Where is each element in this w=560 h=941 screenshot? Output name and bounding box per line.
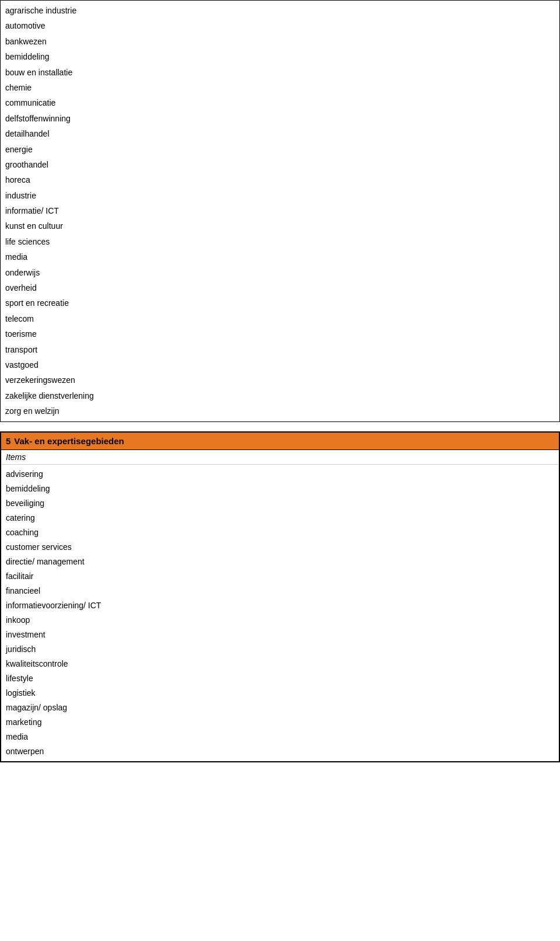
list-item: directie/ management: [6, 555, 554, 569]
list-item: agrarische industrie: [5, 3, 555, 18]
section-5-items: adviseringbemiddelingbeveiligingcatering…: [1, 465, 559, 761]
list-item: onderwijs: [5, 265, 555, 280]
list-item: lifestyle: [6, 671, 554, 686]
list-item: bouw en installatie: [5, 65, 555, 80]
list-item: horeca: [5, 172, 555, 187]
list-item: toerisme: [5, 326, 555, 341]
list-item: telecom: [5, 311, 555, 326]
list-item: juridisch: [6, 642, 554, 657]
list-item: magazijn/ opslag: [6, 700, 554, 715]
list-item: marketing: [6, 715, 554, 730]
list-item: investment: [6, 628, 554, 642]
list-item: chemie: [5, 80, 555, 95]
list-item: kwaliteitscontrole: [6, 657, 554, 671]
list-item: catering: [6, 511, 554, 525]
top-section: agrarische industrieautomotivebankwezenb…: [0, 0, 560, 422]
list-item: verzekeringswezen: [5, 372, 555, 388]
list-item: energie: [5, 142, 555, 157]
section-5: 5 Vak- en expertisegebieden Items advise…: [0, 431, 560, 762]
list-item: communicatie: [5, 95, 555, 110]
list-item: media: [6, 730, 554, 744]
list-item: life sciences: [5, 234, 555, 249]
list-item: automotive: [5, 18, 555, 33]
list-item: media: [5, 249, 555, 264]
list-item: zorg en welzijn: [5, 403, 555, 419]
list-item: zakelijke dienstverlening: [5, 388, 555, 403]
list-item: financieel: [6, 584, 554, 598]
list-item: facilitair: [6, 569, 554, 584]
section-5-subheader: Items: [1, 450, 559, 465]
section-5-title: Vak- en expertisegebieden: [14, 436, 124, 446]
list-item: advisering: [6, 467, 554, 482]
list-item: transport: [5, 342, 555, 357]
section-5-header: 5 Vak- en expertisegebieden: [1, 433, 559, 450]
list-item: informatievoorziening/ ICT: [6, 598, 554, 613]
list-item: sport en recreatie: [5, 295, 555, 311]
list-item: inkoop: [6, 613, 554, 628]
section-5-number: 5: [6, 436, 10, 446]
list-item: overheid: [5, 280, 555, 295]
list-item: industrie: [5, 188, 555, 203]
list-item: kunst en cultuur: [5, 218, 555, 233]
list-item: customer services: [6, 540, 554, 555]
list-item: vastgoed: [5, 357, 555, 372]
list-item: detailhandel: [5, 126, 555, 141]
list-item: ontwerpen: [6, 744, 554, 759]
list-item: logistiek: [6, 686, 554, 700]
list-item: groothandel: [5, 157, 555, 172]
list-item: beveiliging: [6, 496, 554, 511]
list-item: delfstoffenwinning: [5, 111, 555, 126]
list-item: bemiddeling: [5, 49, 555, 64]
list-item: coaching: [6, 525, 554, 540]
list-item: bemiddeling: [6, 482, 554, 496]
list-item: informatie/ ICT: [5, 203, 555, 218]
list-item: bankwezen: [5, 34, 555, 49]
